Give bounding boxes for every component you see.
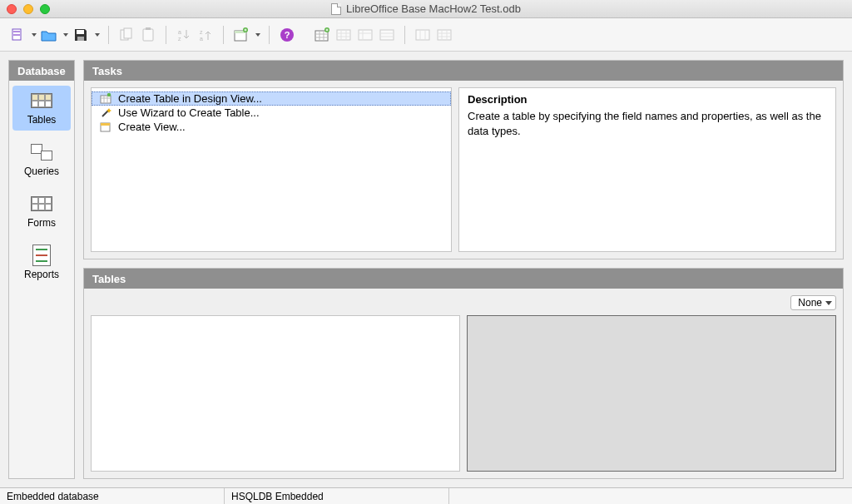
content-column: Tasks Create Table in Design View... Use… bbox=[83, 60, 844, 479]
svg-rect-24 bbox=[438, 30, 451, 40]
svg-rect-8 bbox=[146, 27, 151, 30]
toolbar-separator bbox=[166, 26, 166, 44]
grid-4-button bbox=[435, 26, 453, 44]
svg-rect-21 bbox=[359, 30, 372, 40]
tables-list[interactable] bbox=[91, 315, 460, 472]
description-title: Description bbox=[468, 93, 827, 106]
tasks-header: Tasks bbox=[84, 61, 843, 81]
chevron-down-icon[interactable] bbox=[95, 33, 100, 37]
sidebar-header: Database bbox=[9, 61, 74, 81]
sidebar-item-label: Queries bbox=[24, 166, 59, 177]
chevron-down-icon[interactable] bbox=[32, 33, 37, 37]
svg-rect-4 bbox=[77, 37, 84, 41]
view-mode-dropdown[interactable]: None bbox=[790, 295, 836, 310]
table-design-icon bbox=[100, 93, 111, 105]
sort-desc-button: za bbox=[196, 26, 215, 44]
sidebar-item-reports[interactable]: Reports bbox=[12, 240, 71, 285]
status-right bbox=[449, 488, 852, 504]
svg-text:z: z bbox=[178, 36, 181, 42]
sidebar-list: Tables Queries Forms Reports bbox=[9, 81, 74, 290]
wizard-icon bbox=[100, 107, 111, 119]
grid-2-button bbox=[378, 26, 396, 44]
tables-preview bbox=[467, 315, 836, 472]
status-bar: Embedded database HSQLDB Embedded bbox=[0, 487, 852, 504]
task-label: Create View... bbox=[118, 121, 186, 133]
toolbar: az za ? bbox=[0, 18, 852, 52]
status-center: HSQLDB Embedded bbox=[225, 488, 449, 504]
view-mode-row: None bbox=[91, 295, 836, 310]
tables-icon bbox=[29, 91, 54, 111]
tables-panel: Tables None bbox=[83, 268, 844, 479]
svg-rect-2 bbox=[13, 34, 20, 36]
tables-body: None bbox=[84, 289, 843, 478]
svg-text:a: a bbox=[200, 36, 203, 42]
svg-rect-23 bbox=[416, 30, 429, 40]
svg-point-26 bbox=[107, 93, 111, 96]
svg-rect-18 bbox=[315, 31, 328, 41]
save-button[interactable] bbox=[72, 26, 90, 44]
close-icon[interactable] bbox=[7, 4, 17, 14]
window-controls bbox=[7, 4, 50, 14]
tasks-body: Create Table in Design View... Use Wizar… bbox=[84, 81, 843, 259]
svg-rect-20 bbox=[337, 30, 350, 40]
grid-1-button bbox=[356, 26, 374, 44]
queries-icon bbox=[29, 142, 54, 162]
tasks-list: Create Table in Design View... Use Wizar… bbox=[91, 87, 452, 252]
maximize-icon[interactable] bbox=[40, 4, 50, 14]
task-label: Use Wizard to Create Table... bbox=[118, 106, 260, 119]
svg-rect-22 bbox=[380, 30, 394, 40]
svg-rect-25 bbox=[101, 96, 111, 103]
task-wizard-table[interactable]: Use Wizard to Create Table... bbox=[92, 106, 451, 120]
toolbar-separator bbox=[269, 26, 270, 44]
reports-icon bbox=[29, 245, 54, 265]
open-button[interactable] bbox=[40, 26, 58, 44]
chevron-down-icon[interactable] bbox=[255, 33, 260, 37]
table-design-button bbox=[334, 26, 353, 44]
sidebar-item-forms[interactable]: Forms bbox=[12, 189, 71, 234]
new-database-button[interactable] bbox=[8, 26, 27, 44]
svg-rect-1 bbox=[13, 31, 20, 32]
sidebar-item-label: Forms bbox=[27, 217, 56, 229]
description-text: Create a table by specifying the field n… bbox=[468, 109, 827, 138]
svg-rect-28 bbox=[101, 123, 110, 126]
tasks-panel: Tasks Create Table in Design View... Use… bbox=[83, 60, 844, 259]
document-icon bbox=[331, 3, 341, 15]
view-icon bbox=[100, 121, 111, 133]
description-panel: Description Create a table by specifying… bbox=[458, 87, 836, 252]
main-area: Database Tables Queries Forms Reports T bbox=[0, 52, 852, 487]
tables-header: Tables bbox=[84, 269, 843, 289]
toolbar-separator bbox=[404, 26, 405, 44]
minimize-icon[interactable] bbox=[23, 4, 33, 14]
toolbar-separator bbox=[223, 26, 224, 44]
titlebar: LibreOffice Base MacHow2 Test.odb bbox=[0, 0, 852, 18]
svg-rect-7 bbox=[143, 29, 153, 41]
forms-icon bbox=[29, 194, 54, 214]
sidebar-item-tables[interactable]: Tables bbox=[12, 86, 71, 131]
task-create-view[interactable]: Create View... bbox=[92, 120, 451, 134]
new-form-button[interactable] bbox=[232, 26, 250, 44]
svg-rect-3 bbox=[77, 30, 84, 34]
database-sidebar: Database Tables Queries Forms Reports bbox=[8, 60, 75, 479]
svg-text:a: a bbox=[178, 29, 181, 35]
svg-text:?: ? bbox=[285, 30, 290, 40]
svg-rect-6 bbox=[124, 28, 131, 38]
toolbar-separator bbox=[108, 26, 109, 44]
sidebar-item-label: Tables bbox=[27, 114, 57, 126]
window-title: LibreOffice Base MacHow2 Test.odb bbox=[0, 2, 852, 15]
sidebar-item-queries[interactable]: Queries bbox=[12, 137, 71, 182]
window-title-text: LibreOffice Base MacHow2 Test.odb bbox=[346, 2, 521, 15]
chevron-down-icon[interactable] bbox=[63, 33, 68, 37]
new-table-button[interactable] bbox=[313, 26, 331, 44]
sort-asc-button: az bbox=[175, 26, 193, 44]
svg-text:z: z bbox=[200, 29, 203, 35]
help-button[interactable]: ? bbox=[278, 26, 296, 44]
task-create-table-design[interactable]: Create Table in Design View... bbox=[92, 91, 451, 106]
copy-button bbox=[117, 26, 136, 44]
paste-button bbox=[139, 26, 157, 44]
grid-3-button bbox=[414, 26, 432, 44]
sidebar-item-label: Reports bbox=[24, 269, 59, 280]
tables-split bbox=[91, 315, 836, 472]
task-label: Create Table in Design View... bbox=[118, 92, 262, 105]
status-left: Embedded database bbox=[0, 488, 225, 504]
